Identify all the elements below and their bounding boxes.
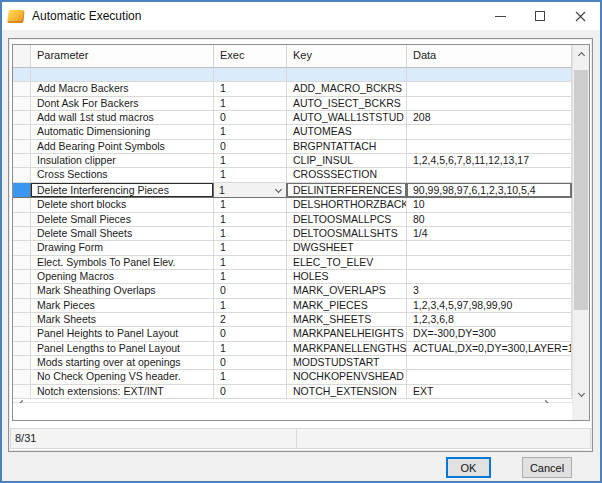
grid-cell-exec[interactable]: 1	[214, 342, 287, 356]
horizontal-scrollbar[interactable]	[13, 402, 572, 403]
grid-cell-parameter[interactable]: Drawing Form	[31, 241, 214, 255]
grid-row[interactable]: Delete Small Pieces1DELTOOSMALLPCS80	[13, 213, 572, 227]
grid-row[interactable]: Mark Sheathing Overlaps0MARK_OVERLAPS3	[13, 284, 572, 298]
grid-cell-key[interactable]: MARK_PIECES	[287, 299, 407, 313]
cancel-button[interactable]: Cancel	[522, 457, 572, 478]
row-header-cell[interactable]	[13, 256, 31, 270]
grid-cell-data[interactable]	[407, 168, 572, 182]
grid-cell-data[interactable]	[407, 68, 572, 82]
row-header-cell[interactable]	[13, 97, 31, 111]
grid-cell-parameter[interactable]: Notch extensions: EXT/INT	[31, 385, 214, 399]
grid-row[interactable]: Dont Ask For Backers1AUTO_ISECT_BCKRS	[13, 97, 572, 111]
grid-cell-exec[interactable]: 1	[214, 154, 287, 168]
grid-cell-parameter[interactable]: Add wall 1st stud macros	[31, 111, 214, 125]
grid-row[interactable]: Drawing Form1DWGSHEET	[13, 241, 572, 255]
row-header-cell[interactable]	[13, 313, 31, 327]
close-button[interactable]	[560, 2, 600, 30]
grid-cell-data[interactable]: 80	[407, 213, 572, 227]
grid-cell-data[interactable]: 208	[407, 111, 572, 125]
grid-cell-exec[interactable]: 1	[214, 82, 287, 96]
grid-cell-exec[interactable]: 1	[214, 256, 287, 270]
grid-cell-parameter[interactable]: Automatic Dimensioning	[31, 125, 214, 139]
grid-row[interactable]: Automatic Dimensioning1AUTOMEAS	[13, 125, 572, 139]
grid-cell-key[interactable]: DELTOOSMALLPCS	[287, 213, 407, 227]
grid-cell-exec[interactable]: 1	[214, 168, 287, 182]
row-header-cell[interactable]	[13, 299, 31, 313]
grid-row[interactable]: Mark Sheets2MARK_SHEETS1,2,3,6,8	[13, 313, 572, 327]
grid-row[interactable]: No Check Opening VS header.1NOCHKOPENVSH…	[13, 370, 572, 384]
grid-cell-key[interactable]: CROSSSECTION	[287, 168, 407, 182]
grid-cell-exec[interactable]: 1	[214, 299, 287, 313]
grid-cell-exec[interactable]: 0	[214, 284, 287, 298]
grid-cell-exec[interactable]: 1	[214, 97, 287, 111]
row-header-cell[interactable]	[13, 370, 31, 384]
grid-row[interactable]: Add Bearing Point Symbols0BRGPNTATTACH	[13, 140, 572, 154]
grid-cell-exec[interactable]: 0	[214, 327, 287, 341]
grid-cell-exec[interactable]: 1	[214, 213, 287, 227]
grid-cell-data[interactable]: ACTUAL,DX=0,DY=300,LAYER=17	[407, 342, 572, 356]
scroll-down-arrow-icon[interactable]	[573, 386, 589, 403]
grid-cell-key[interactable]: CLIP_INSUL	[287, 154, 407, 168]
grid-cell-data[interactable]	[407, 270, 572, 284]
grid-cell-data[interactable]	[407, 256, 572, 270]
grid-cell-exec[interactable]: 1	[214, 198, 287, 212]
grid-cell-parameter[interactable]: Mods starting over at openings	[31, 356, 214, 370]
title-bar[interactable]: Automatic Execution	[2, 2, 600, 30]
grid-cell-key[interactable]	[287, 68, 407, 82]
grid-cell-key[interactable]: NOCHKOPENVSHEAD	[287, 370, 407, 384]
grid-row[interactable]	[13, 68, 572, 82]
minimize-button[interactable]	[480, 2, 520, 30]
grid-cell-data[interactable]	[407, 140, 572, 154]
grid-row[interactable]: Notch extensions: EXT/INT0NOTCH_EXTENSIO…	[13, 385, 572, 399]
grid-cell-key[interactable]: MARK_OVERLAPS	[287, 284, 407, 298]
grid-cell-key[interactable]: HOLES	[287, 270, 407, 284]
row-header-cell[interactable]	[13, 342, 31, 356]
grid-row[interactable]: Delete Small Sheets1DELTOOSMALLSHTS1/4	[13, 227, 572, 241]
grid-cell-parameter[interactable]: No Check Opening VS header.	[31, 370, 214, 384]
grid-cell-data[interactable]: 90,99,98,97,6,1,2,3,10,5,4	[407, 183, 572, 199]
grid-row[interactable]: Mods starting over at openings0MODSTUDST…	[13, 356, 572, 370]
grid-cell-key[interactable]: DELINTERFERENCES	[287, 183, 407, 199]
column-header-key[interactable]: Key	[287, 45, 407, 68]
maximize-button[interactable]	[520, 2, 560, 30]
grid-cell-exec[interactable]: 0	[214, 385, 287, 399]
row-header-cell[interactable]	[13, 213, 31, 227]
grid-cell-data[interactable]: 1/4	[407, 227, 572, 241]
grid-cell-data[interactable]	[407, 356, 572, 370]
grid-row[interactable]: Panel Heights to Panel Layout0MARKPANELH…	[13, 327, 572, 341]
grid-cell-exec[interactable]: 0	[214, 356, 287, 370]
grid-cell-key[interactable]: AUTO_WALL1STSTUD	[287, 111, 407, 125]
row-header-cell[interactable]	[13, 385, 31, 399]
grid-row[interactable]: Delete short blocks1DELSHORTHORZBACK10	[13, 198, 572, 212]
grid-cell-data[interactable]: 3	[407, 284, 572, 298]
grid-row[interactable]: Delete Interferencing Pieces1DELINTERFER…	[13, 183, 572, 199]
grid-cell-parameter[interactable]: Panel Lengths to Panel Layout	[31, 342, 214, 356]
column-header-data[interactable]: Data	[407, 45, 572, 68]
grid-cell-parameter[interactable]: Cross Sections	[31, 168, 214, 182]
exec-combobox[interactable]: 1	[214, 183, 286, 198]
grid-row[interactable]: Elect. Symbols To Panel Elev.1ELEC_TO_EL…	[13, 256, 572, 270]
grid-cell-parameter[interactable]: Elect. Symbols To Panel Elev.	[31, 256, 214, 270]
grid-cell-parameter[interactable]: Insulation clipper	[31, 154, 214, 168]
grid-cell-parameter[interactable]: Add Bearing Point Symbols	[31, 140, 214, 154]
grid-cell-parameter[interactable]: Mark Sheets	[31, 313, 214, 327]
row-header-cell[interactable]	[13, 168, 31, 182]
grid-cell-data[interactable]: 1,2,3,4,5,97,98,99,90	[407, 299, 572, 313]
grid-cell-key[interactable]: DWGSHEET	[287, 241, 407, 255]
row-header-cell[interactable]	[13, 82, 31, 96]
grid-cell-data[interactable]: 1,2,4,5,6,7,8,11,12,13,17	[407, 154, 572, 168]
row-header-cell[interactable]	[13, 270, 31, 284]
grid-row[interactable]: Add Macro Backers1ADD_MACRO_BCKRS	[13, 82, 572, 96]
grid-cell-parameter[interactable]: Delete Small Pieces	[31, 213, 214, 227]
grid-cell-parameter[interactable]: Delete Interferencing Pieces	[31, 183, 214, 199]
scroll-up-arrow-icon[interactable]	[573, 45, 589, 62]
grid-cell-key[interactable]: MARK_SHEETS	[287, 313, 407, 327]
grid-row[interactable]: Panel Lengths to Panel Layout1MARKPANELL…	[13, 342, 572, 356]
row-header-cell[interactable]	[13, 140, 31, 154]
grid-cell-key[interactable]: AUTOMEAS	[287, 125, 407, 139]
grid-cell-parameter[interactable]	[31, 68, 214, 82]
grid-cell-key[interactable]: ELEC_TO_ELEV	[287, 256, 407, 270]
grid-row[interactable]: Mark Pieces1MARK_PIECES1,2,3,4,5,97,98,9…	[13, 299, 572, 313]
header-corner[interactable]	[13, 45, 31, 68]
row-header-cell[interactable]	[13, 198, 31, 212]
